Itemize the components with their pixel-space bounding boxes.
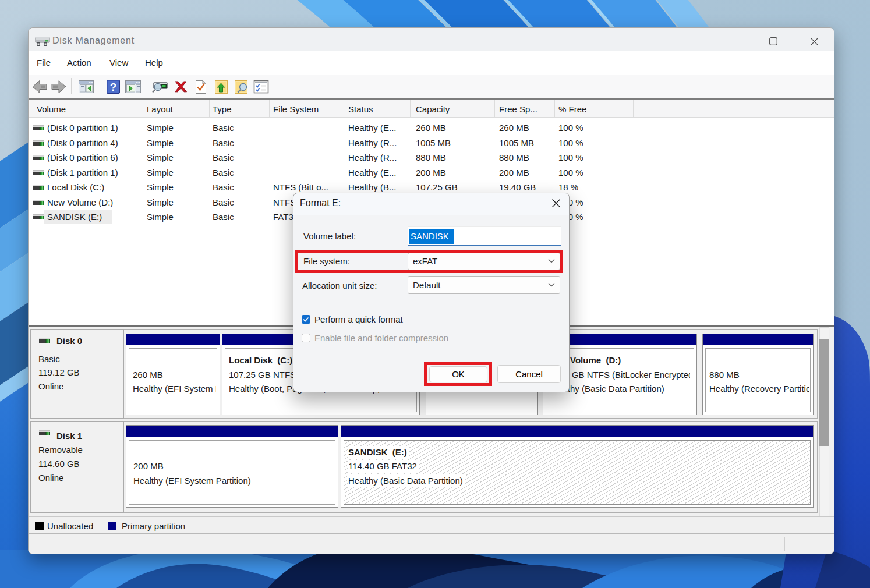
svg-text:?: ? (110, 81, 117, 93)
